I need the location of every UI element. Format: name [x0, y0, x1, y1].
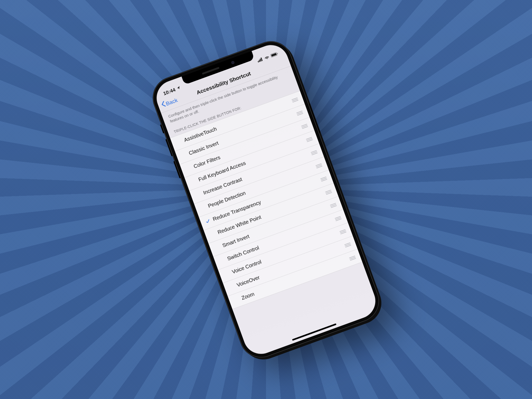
location-icon [176, 85, 182, 92]
svg-rect-28 [325, 190, 331, 192]
svg-rect-24 [316, 166, 322, 168]
svg-rect-34 [335, 216, 341, 219]
checkmark-icon [209, 233, 216, 236]
reorder-handle-icon[interactable] [296, 110, 303, 116]
reorder-handle-icon[interactable] [340, 229, 347, 234]
svg-rect-32 [330, 204, 336, 207]
reorder-handle-icon[interactable] [325, 189, 332, 195]
svg-rect-38 [340, 230, 346, 233]
svg-rect-13 [301, 124, 307, 126]
svg-rect-18 [307, 139, 313, 142]
svg-rect-45 [350, 258, 356, 261]
svg-rect-33 [331, 205, 337, 208]
svg-rect-9 [292, 100, 298, 102]
reorder-handle-icon[interactable] [335, 216, 342, 221]
checkmark-icon [214, 246, 221, 249]
back-button[interactable]: Back [160, 96, 179, 109]
reorder-handle-icon[interactable] [301, 124, 308, 129]
svg-rect-8 [292, 99, 298, 101]
svg-rect-26 [321, 178, 327, 180]
svg-rect-39 [340, 232, 346, 234]
svg-rect-11 [297, 112, 303, 114]
svg-rect-7 [291, 97, 297, 100]
svg-rect-22 [316, 163, 322, 166]
svg-rect-20 [311, 151, 317, 154]
reorder-handle-icon[interactable] [320, 176, 327, 182]
reorder-handle-icon[interactable] [344, 242, 351, 248]
checkmark-icon [200, 207, 207, 209]
reorder-handle-icon[interactable] [311, 150, 318, 155]
svg-rect-19 [311, 150, 317, 153]
svg-rect-35 [335, 217, 341, 220]
svg-rect-25 [320, 176, 326, 179]
reorder-handle-icon[interactable] [291, 97, 298, 103]
svg-rect-42 [345, 245, 351, 248]
checkmark-icon [180, 154, 188, 157]
reorder-handle-icon[interactable] [349, 255, 356, 261]
checkmark-icon [218, 260, 226, 262]
svg-rect-17 [306, 138, 312, 141]
back-label: Back [165, 97, 178, 107]
svg-rect-6 [277, 53, 278, 54]
checkmark-icon [185, 167, 192, 170]
svg-rect-37 [340, 229, 345, 232]
svg-rect-23 [316, 164, 322, 167]
svg-rect-5 [271, 53, 277, 57]
svg-rect-21 [312, 152, 318, 155]
reorder-handle-icon[interactable] [306, 137, 313, 142]
svg-rect-40 [344, 242, 350, 245]
svg-rect-41 [345, 244, 351, 246]
checkmark-icon [228, 286, 235, 288]
svg-rect-1 [259, 60, 260, 62]
checkmark-icon [223, 272, 231, 275]
svg-rect-44 [349, 257, 355, 259]
svg-rect-29 [325, 191, 331, 194]
reorder-handle-icon[interactable] [315, 163, 322, 169]
checkmark-icon [233, 299, 240, 301]
svg-rect-31 [330, 203, 336, 205]
svg-rect-12 [297, 113, 303, 116]
svg-rect-30 [326, 192, 332, 195]
reorder-handle-icon[interactable] [330, 203, 337, 208]
checkmark-icon [190, 180, 197, 183]
svg-rect-16 [306, 137, 312, 139]
svg-rect-14 [302, 125, 308, 128]
checkmark-icon [195, 194, 202, 196]
checkmark-icon [175, 141, 183, 143]
svg-rect-43 [349, 255, 355, 258]
svg-rect-15 [302, 126, 308, 129]
svg-rect-10 [296, 111, 302, 113]
svg-rect-0 [258, 61, 259, 63]
svg-rect-36 [336, 218, 342, 221]
svg-rect-27 [321, 179, 327, 182]
